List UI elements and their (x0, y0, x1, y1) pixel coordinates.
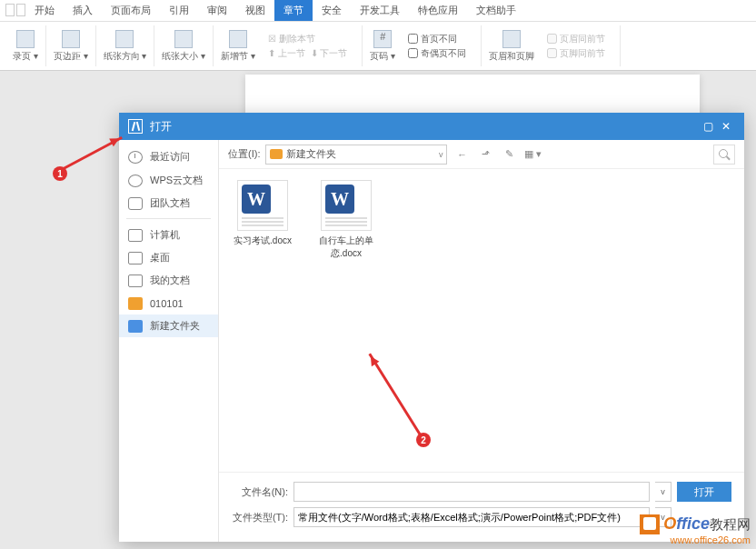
open-dialog: 打开 ▢ ✕ 最近访问 WPS云文档 团队文档 计算机 桌面 我的文档 0101… (119, 113, 744, 542)
file-item[interactable]: W 自行车上的单恋.docx (313, 180, 379, 260)
watermark-icon (640, 514, 660, 534)
tab-chapter[interactable]: 章节 (274, 0, 313, 21)
location-label: 位置(I): (228, 147, 260, 161)
path-toolbar: 位置(I): 新建文件夹 v ← ⬏ ✎ ▦ ▾ (219, 140, 744, 169)
file-name: 自行车上的单恋.docx (313, 235, 379, 260)
filename-dropdown[interactable]: v (655, 482, 671, 502)
tab-special[interactable]: 特色应用 (409, 4, 467, 17)
ribbon-headerfooter[interactable]: 页眉和页脚 (489, 30, 534, 63)
file-name: 实习考试.docx (230, 235, 295, 247)
ribbon-nextsec: ⬇ 下一节 (311, 47, 348, 60)
ribbon-delsec: ☒ 删除本节 (268, 33, 315, 45)
up-button[interactable]: ⬏ (476, 145, 494, 164)
ribbon-orient[interactable]: 纸张方向 ▾ (96, 25, 155, 66)
folder-icon (270, 149, 283, 159)
ribbon-prevsec: ⬆ 上一节 (268, 47, 305, 60)
filename-label: 文件名(N): (232, 485, 288, 499)
chk-sameheader: 页眉同前节 (547, 33, 605, 45)
tab-layout[interactable]: 页面布局 (102, 4, 160, 17)
filename-input[interactable] (293, 482, 650, 502)
annotation-marker-1: 1 (53, 166, 67, 181)
sidebar-desktop[interactable]: 桌面 (119, 246, 218, 269)
chk-samefooter: 页脚同前节 (547, 47, 605, 60)
sidebar-computer[interactable]: 计算机 (119, 223, 218, 246)
word-icon: W (242, 185, 271, 214)
tab-dev[interactable]: 开发工具 (351, 4, 409, 17)
file-list: W 实习考试.docx W 自行车上的单恋.docx (219, 169, 744, 472)
file-item[interactable]: W 实习考试.docx (230, 180, 295, 247)
dialog-sidebar: 最近访问 WPS云文档 团队文档 计算机 桌面 我的文档 010101 新建文件… (119, 140, 219, 542)
sidebar-folder2[interactable]: 新建文件夹 (119, 314, 218, 337)
maximize-button[interactable]: ▢ (699, 117, 717, 135)
ribbon-margin[interactable]: 页边距 ▾ (46, 25, 96, 66)
dialog-titlebar: 打开 ▢ ✕ (119, 113, 744, 140)
back-button[interactable]: ← (453, 145, 471, 164)
wps-logo-icon (128, 119, 143, 134)
tab-helper[interactable]: 文档助手 (467, 4, 525, 17)
newfolder-button[interactable]: ✎ (500, 145, 518, 164)
open-button[interactable]: 打开 (677, 482, 731, 502)
filetype-input[interactable] (293, 507, 650, 527)
close-button[interactable]: ✕ (717, 117, 735, 135)
ribbon-size[interactable]: 纸张大小 ▾ (154, 25, 214, 66)
sidebar-folder1[interactable]: 010101 (119, 292, 218, 314)
search-icon[interactable] (713, 145, 735, 165)
tab-start[interactable]: 开始 (25, 4, 64, 17)
filetype-label: 文件类型(T): (232, 511, 288, 524)
tab-review[interactable]: 审阅 (198, 4, 236, 17)
word-icon: W (325, 185, 354, 214)
tab-security[interactable]: 安全 (313, 4, 351, 17)
ribbon-addsec[interactable]: 新增节 ▾ (221, 30, 255, 63)
ribbon-toc[interactable]: 录页 ▾ (5, 25, 46, 66)
view-button[interactable]: ▦ ▾ (523, 145, 542, 164)
chk-oddeven[interactable]: 奇偶页不同 (408, 47, 466, 60)
tab-insert[interactable]: 插入 (64, 4, 102, 17)
sidebar-team[interactable]: 团队文档 (119, 192, 218, 215)
sidebar-recent[interactable]: 最近访问 (119, 145, 218, 168)
ribbon-tabs: 开始 插入 页面布局 引用 审阅 视图 章节 安全 开发工具 特色应用 文档助手 (0, 0, 756, 22)
chk-firstdiff[interactable]: 首页不同 (408, 33, 457, 45)
ribbon-pagenum[interactable]: #页码 ▾ (370, 30, 395, 63)
tab-ref[interactable]: 引用 (160, 4, 198, 17)
watermark: Office教程网 www.office26.com (640, 514, 751, 545)
location-dropdown[interactable]: 新建文件夹 v (265, 145, 447, 165)
ribbon: 录页 ▾ 页边距 ▾ 纸张方向 ▾ 纸张大小 ▾ 新增节 ▾ ☒ 删除本节 ⬆ … (0, 22, 756, 71)
annotation-marker-2: 2 (416, 433, 431, 447)
dialog-title: 打开 (150, 119, 172, 135)
tab-view[interactable]: 视图 (236, 4, 274, 17)
sidebar-cloud[interactable]: WPS云文档 (119, 168, 218, 192)
sidebar-mydocs[interactable]: 我的文档 (119, 269, 218, 292)
